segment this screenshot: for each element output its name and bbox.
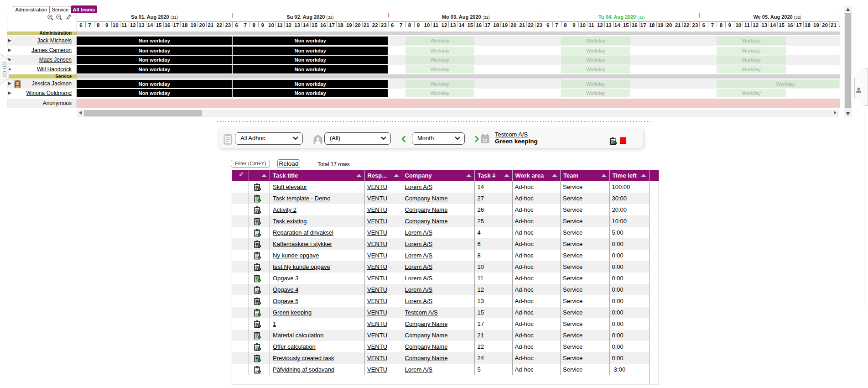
svg-text:12: 12 <box>483 138 487 142</box>
